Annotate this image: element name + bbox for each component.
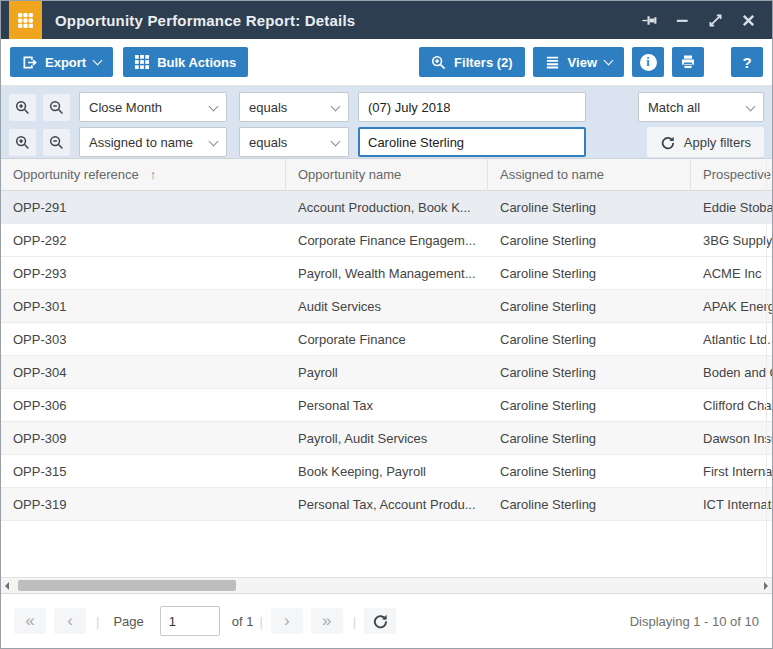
filter-operator-select[interactable]: equals (239, 92, 349, 122)
chevron-down-icon (331, 136, 341, 146)
cell-prospective: Clifford Char (691, 389, 772, 421)
table-row[interactable]: OPP-301Audit ServicesCaroline SterlingAP… (1, 290, 772, 323)
first-page-button[interactable]: « (14, 608, 46, 634)
pin-icon[interactable] (638, 9, 661, 32)
last-page-button[interactable]: » (311, 608, 343, 634)
next-page-button[interactable]: › (271, 608, 303, 634)
scrollbar-thumb[interactable] (18, 580, 236, 591)
page-number-input[interactable] (160, 606, 220, 636)
minimize-icon[interactable] (671, 9, 694, 32)
refresh-icon (660, 135, 675, 150)
toolbar: Export Bulk Actions Filters (2) (1, 39, 772, 86)
cell-assigned: Caroline Sterling (488, 422, 691, 454)
filter-row-2: Assigned to name equals Apply filters (9, 127, 764, 157)
zoom-in-button[interactable] (9, 129, 36, 156)
zoom-out-button[interactable] (43, 94, 70, 121)
cell-name: Corporate Finance (286, 323, 488, 355)
apply-filters-button[interactable]: Apply filters (647, 127, 764, 157)
help-icon: ? (742, 54, 751, 71)
cell-name: Personal Tax (286, 389, 488, 421)
filter-field-value: Close Month (89, 100, 162, 115)
table-row[interactable]: OPP-304PayrollCaroline SterlingBoden and… (1, 356, 772, 389)
cell-name: Payroll, Wealth Management... (286, 257, 488, 289)
cell-prospective: Dawson Insu (691, 422, 772, 454)
column-label: Assigned to name (500, 167, 604, 182)
filter-field-select[interactable]: Close Month (79, 92, 227, 122)
column-header-assigned-to-name[interactable]: Assigned to name (488, 159, 691, 190)
filter-operator-select[interactable]: equals (239, 127, 349, 157)
zoom-in-button[interactable] (9, 94, 36, 121)
window-controls (638, 9, 772, 32)
export-button[interactable]: Export (10, 47, 113, 77)
pager: « ‹ | Page of 1 | › » | Displaying 1 - 1… (1, 593, 772, 648)
toolbar-right: Filters (2) View i (419, 47, 763, 77)
pager-divider: | (259, 614, 262, 629)
window-title: Opportunity Performance Report: Details (55, 12, 355, 29)
filter-operator-value: equals (249, 100, 287, 115)
info-icon: i (640, 54, 657, 71)
cell-assigned: Caroline Sterling (488, 191, 691, 223)
filter-value-input[interactable] (358, 92, 586, 122)
horizontal-scrollbar[interactable] (1, 577, 772, 593)
cell-prospective: Boden and C (691, 356, 772, 388)
refresh-button[interactable] (364, 608, 396, 634)
previous-page-button[interactable]: ‹ (54, 608, 86, 634)
report-window: Opportunity Performance Report: Details (0, 0, 773, 649)
scroll-left-icon[interactable] (5, 582, 9, 590)
close-icon[interactable] (737, 9, 760, 32)
zoom-in-icon (431, 55, 446, 70)
page-count-label: of 1 (232, 614, 254, 629)
cell-assigned: Caroline Sterling (488, 224, 691, 256)
table-row[interactable]: OPP-306Personal TaxCaroline SterlingClif… (1, 389, 772, 422)
table-row[interactable]: OPP-292Corporate Finance Engagem...Carol… (1, 224, 772, 257)
match-mode-select[interactable]: Match all (638, 92, 764, 122)
chevron-down-icon (331, 101, 341, 111)
export-label: Export (45, 55, 86, 70)
bulk-actions-button[interactable]: Bulk Actions (123, 47, 248, 77)
filter-row-1: Close Month equals Match all (9, 92, 764, 122)
cell-reference: OPP-301 (1, 290, 286, 322)
zoom-out-button[interactable] (43, 129, 70, 156)
table-row[interactable]: OPP-293Payroll, Wealth Management...Caro… (1, 257, 772, 290)
table-row[interactable]: OPP-309Payroll, Audit ServicesCaroline S… (1, 422, 772, 455)
filters-button[interactable]: Filters (2) (419, 47, 525, 77)
cell-reference: OPP-291 (1, 191, 286, 223)
cell-reference: OPP-292 (1, 224, 286, 256)
table-row[interactable]: OPP-303Corporate FinanceCaroline Sterlin… (1, 323, 772, 356)
column-header-prospective[interactable]: Prospective (691, 159, 772, 190)
cell-name: Payroll, Audit Services (286, 422, 488, 454)
filters-label: Filters (2) (454, 55, 513, 70)
cell-assigned: Caroline Sterling (488, 455, 691, 487)
titlebar: Opportunity Performance Report: Details (1, 1, 772, 39)
table-row[interactable]: OPP-315Book Keeping, PayrollCaroline Ste… (1, 455, 772, 488)
column-header-opportunity-reference[interactable]: Opportunity reference ↑ (1, 159, 286, 190)
cell-prospective: ACME Inc (691, 257, 772, 289)
cell-name: Payroll (286, 356, 488, 388)
filter-field-value: Assigned to name (89, 135, 193, 150)
info-button[interactable]: i (632, 47, 664, 77)
page-label: Page (113, 614, 143, 629)
chevron-down-icon (93, 55, 103, 65)
view-button[interactable]: View (533, 47, 624, 77)
table-row[interactable]: OPP-319Personal Tax, Account Produ...Car… (1, 488, 772, 521)
scroll-right-icon[interactable] (764, 582, 768, 590)
help-button[interactable]: ? (731, 47, 763, 77)
view-label: View (568, 55, 597, 70)
sort-asc-icon: ↑ (150, 167, 157, 182)
print-button[interactable] (672, 47, 704, 77)
column-label: Opportunity reference (13, 167, 139, 182)
table-row[interactable]: OPP-291Account Production, Book K...Caro… (1, 191, 772, 224)
filter-value-input[interactable] (358, 127, 586, 157)
column-label: Prospective (703, 167, 771, 182)
cell-reference: OPP-319 (1, 488, 286, 520)
chevron-down-icon (746, 101, 756, 111)
column-header-opportunity-name[interactable]: Opportunity name (286, 159, 488, 190)
maximize-icon[interactable] (704, 9, 727, 32)
cell-assigned: Caroline Sterling (488, 323, 691, 355)
filter-field-select[interactable]: Assigned to name (79, 127, 227, 157)
cell-reference: OPP-293 (1, 257, 286, 289)
cell-prospective: Eddie Stobar (691, 191, 772, 223)
printer-icon (680, 54, 696, 70)
cell-name: Personal Tax, Account Produ... (286, 488, 488, 520)
cell-name: Audit Services (286, 290, 488, 322)
